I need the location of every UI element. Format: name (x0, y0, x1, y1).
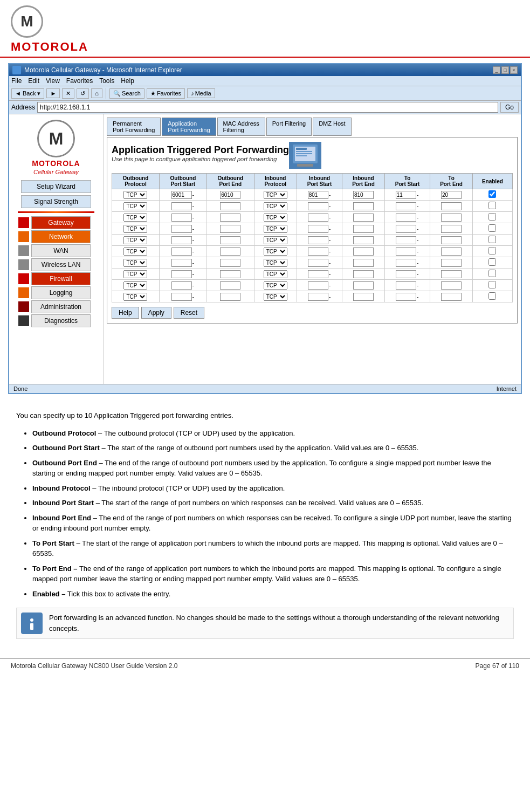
close-button[interactable]: × (510, 66, 518, 74)
outbound-end-input[interactable] (220, 236, 240, 244)
inbound-start-input[interactable] (308, 270, 328, 278)
outbound-start-input[interactable] (171, 281, 192, 290)
to-end-input[interactable] (441, 259, 462, 267)
tab-application-port-forwarding[interactable]: ApplicationPort Forwarding (162, 118, 216, 136)
outbound-proto-select[interactable]: TCP UDP (123, 247, 147, 256)
inbound-proto-select[interactable]: TCP UDP (264, 270, 287, 278)
inbound-end-input[interactable] (353, 202, 374, 210)
outbound-proto-select[interactable]: TCP UDP (123, 281, 147, 290)
sidebar-item-gateway[interactable]: Gateway (31, 216, 91, 229)
outbound-start-input[interactable] (171, 293, 192, 301)
go-button[interactable]: Go (500, 102, 519, 113)
menu-help[interactable]: Help (121, 77, 134, 85)
maximize-button[interactable]: □ (501, 66, 509, 74)
to-end-input[interactable] (441, 247, 462, 256)
to-end-input[interactable] (441, 202, 462, 210)
outbound-end-input[interactable] (220, 259, 240, 267)
address-input[interactable] (37, 102, 498, 113)
outbound-proto-select[interactable]: TCP UDP (123, 225, 147, 233)
sidebar-item-network[interactable]: Network (31, 230, 91, 243)
stop-button[interactable]: ✕ (62, 88, 74, 99)
inbound-proto-select[interactable]: TCP UDP (264, 281, 287, 290)
outbound-end-input[interactable] (220, 247, 240, 256)
outbound-start-input[interactable] (171, 202, 192, 210)
outbound-proto-select[interactable]: TCP UDP (123, 214, 147, 222)
to-start-input[interactable] (396, 259, 416, 267)
to-start-input[interactable] (396, 214, 416, 222)
outbound-end-input[interactable] (220, 225, 240, 233)
outbound-proto-select[interactable]: TCP UDP (123, 259, 147, 267)
enabled-checkbox[interactable] (488, 224, 496, 232)
outbound-proto-select[interactable]: TCP UDP (123, 191, 147, 199)
outbound-end-input[interactable] (220, 214, 240, 222)
to-end-input[interactable] (441, 293, 462, 301)
outbound-start-input[interactable] (171, 270, 192, 278)
inbound-end-input[interactable] (353, 225, 374, 233)
tab-mac-address-filtering[interactable]: MAC AddressFiltering (217, 118, 265, 136)
home-button[interactable]: ⌂ (91, 88, 102, 98)
menu-tools[interactable]: Tools (99, 77, 114, 85)
inbound-proto-select[interactable]: TCP UDP (264, 259, 287, 267)
to-start-input[interactable] (396, 247, 416, 256)
menu-view[interactable]: View (46, 77, 60, 85)
tab-dmz-host[interactable]: DMZ Host (313, 118, 352, 136)
inbound-end-input[interactable] (353, 214, 374, 222)
outbound-start-input[interactable] (171, 214, 192, 222)
sidebar-item-wireless-lan[interactable]: Wireless LAN (31, 258, 91, 271)
inbound-end-input[interactable] (353, 191, 374, 199)
refresh-button[interactable]: ↺ (77, 88, 89, 99)
menu-file[interactable]: File (11, 77, 22, 85)
outbound-proto-select[interactable]: TCP UDP (123, 202, 147, 210)
inbound-proto-select[interactable]: TCP UDP (264, 293, 287, 301)
minimize-button[interactable]: _ (493, 66, 500, 74)
outbound-end-input[interactable] (220, 202, 240, 210)
tab-permanent-port-forwarding[interactable]: PermanentPort Forwarding (107, 118, 161, 136)
enabled-checkbox[interactable] (488, 247, 496, 254)
to-start-input[interactable] (396, 270, 416, 278)
outbound-end-input[interactable] (220, 281, 240, 290)
sidebar-item-wan[interactable]: WAN (31, 244, 91, 257)
enabled-checkbox[interactable] (488, 202, 496, 209)
forward-button[interactable]: ► (46, 88, 60, 98)
to-start-input[interactable] (396, 236, 416, 244)
outbound-end-input[interactable] (220, 191, 240, 199)
to-end-input[interactable] (441, 191, 462, 199)
to-end-input[interactable] (441, 225, 462, 233)
to-start-input[interactable] (396, 293, 416, 301)
enabled-checkbox[interactable] (488, 281, 496, 288)
to-end-input[interactable] (441, 214, 462, 222)
help-button[interactable]: Help (112, 307, 139, 319)
to-start-input[interactable] (396, 202, 416, 210)
to-start-input[interactable] (396, 281, 416, 290)
to-end-input[interactable] (441, 236, 462, 244)
search-button[interactable]: 🔍 Search (109, 88, 144, 99)
to-end-input[interactable] (441, 281, 462, 290)
inbound-end-input[interactable] (353, 293, 374, 301)
inbound-start-input[interactable] (308, 191, 328, 199)
inbound-start-input[interactable] (308, 214, 328, 222)
favorites-button[interactable]: ★ Favorites (147, 88, 185, 99)
enabled-checkbox[interactable] (488, 270, 496, 277)
setup-wizard-button[interactable]: Setup Wizard (21, 180, 91, 193)
outbound-proto-select[interactable]: TCP UDP (123, 236, 147, 244)
inbound-end-input[interactable] (353, 236, 374, 244)
inbound-proto-select[interactable]: TCP UDP (264, 225, 287, 233)
tab-port-filtering[interactable]: Port Filtering (266, 118, 312, 136)
outbound-start-input[interactable] (171, 225, 192, 233)
inbound-end-input[interactable] (353, 270, 374, 278)
outbound-proto-select[interactable]: TCP UDP (123, 293, 147, 301)
to-start-input[interactable] (396, 225, 416, 233)
menu-favorites[interactable]: Favorites (66, 77, 93, 85)
enabled-checkbox[interactable] (488, 190, 496, 198)
media-button[interactable]: ♪ Media (187, 88, 215, 98)
menu-edit[interactable]: Edit (28, 77, 39, 85)
to-start-input[interactable] (396, 191, 416, 199)
inbound-start-input[interactable] (308, 293, 328, 301)
inbound-start-input[interactable] (308, 202, 328, 210)
inbound-end-input[interactable] (353, 259, 374, 267)
inbound-start-input[interactable] (308, 225, 328, 233)
inbound-start-input[interactable] (308, 281, 328, 290)
apply-button[interactable]: Apply (141, 307, 171, 319)
outbound-start-input[interactable] (171, 236, 192, 244)
inbound-end-input[interactable] (353, 281, 374, 290)
